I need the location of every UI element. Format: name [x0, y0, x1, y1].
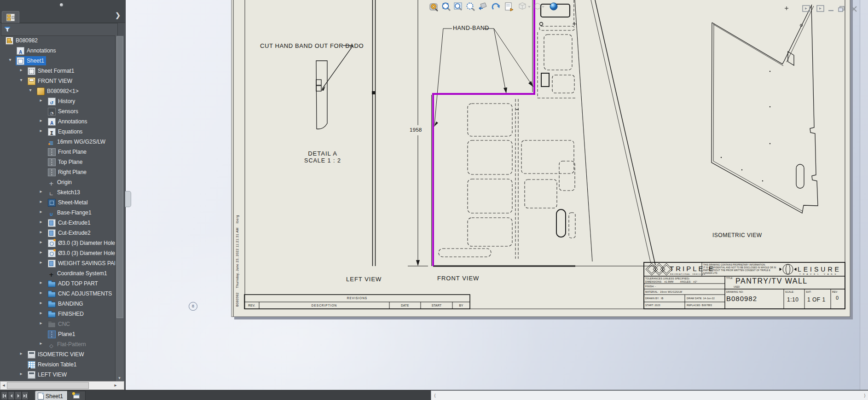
- tree-vertical-scrollbar[interactable]: ▾: [115, 35, 124, 382]
- expand-arrow-icon[interactable]: ▸: [38, 300, 44, 305]
- expand-arrow-icon[interactable]: ▸: [18, 371, 24, 376]
- dimension-1958-label[interactable]: 1958: [409, 127, 423, 133]
- pin-right-icon[interactable]: [817, 6, 824, 12]
- edit-appearance-icon[interactable]: [550, 3, 557, 10]
- graphics-vertical-scrollbar[interactable]: [860, 0, 868, 390]
- collapse-arrow-icon[interactable]: ▾: [28, 87, 33, 93]
- restore-button[interactable]: [839, 6, 844, 12]
- view-orientation-icon[interactable]: [519, 3, 531, 9]
- tree-item-b080982-1[interactable]: ▾B080982<1>: [1, 86, 115, 96]
- display-style-icon[interactable]: [535, 3, 544, 9]
- tree-item-3-0-3-diameter-hole1[interactable]: ▸Ø3.0 (3) Diameter Hole1: [1, 238, 115, 248]
- expand-arrow-icon[interactable]: ▸: [38, 128, 44, 133]
- next-sheet-button[interactable]: [15, 391, 22, 400]
- tree-item-coordinate-system1[interactable]: Coordinate System1: [1, 268, 115, 278]
- front-view-label[interactable]: FRONT VIEW: [437, 275, 479, 282]
- expand-arrow-icon[interactable]: ▸: [38, 290, 44, 295]
- isometric-view-label[interactable]: ISOMETRIC VIEW: [712, 232, 762, 238]
- graphics-horizontal-scrollbar[interactable]: ⟨ ⟩: [431, 390, 868, 400]
- expand-arrow-icon[interactable]: ▸: [38, 310, 44, 315]
- tree-item-weight-savings-partia[interactable]: ▸WEIGHT SAVINGS PARTIA: [1, 258, 115, 268]
- tree-hscroll-left-arrow-icon[interactable]: ◂: [1, 382, 6, 388]
- tree-item-right-plane[interactable]: Right Plane: [1, 167, 115, 177]
- balloon-annotation[interactable]: 8: [189, 302, 197, 311]
- tree-item-16mm-wg-g2s-lw[interactable]: 16mm WG/G2S/LW: [1, 137, 115, 147]
- tree-item-front-plane[interactable]: Front Plane: [1, 147, 115, 157]
- hand-band-label[interactable]: HAND-BAND: [453, 25, 489, 31]
- pin-left-icon[interactable]: [803, 6, 810, 12]
- zoom-to-area-icon[interactable]: [454, 3, 462, 10]
- previous-sheet-button[interactable]: [8, 391, 15, 400]
- tree-item-annotations[interactable]: ▸Annotations: [1, 116, 115, 127]
- tree-item-flat-pattern[interactable]: ▸Flat-Pattern: [1, 339, 115, 349]
- zoom-to-fit-icon[interactable]: [443, 3, 451, 11]
- folder-icon: [48, 302, 56, 307]
- graphics-hscroll-right-arrow-icon[interactable]: ⟩: [862, 392, 868, 399]
- tree-item-cnc[interactable]: ▸CNC: [1, 319, 115, 329]
- first-sheet-button[interactable]: [1, 391, 8, 400]
- tree-item-finished[interactable]: ▸FINISHED: [1, 309, 115, 319]
- last-sheet-button[interactable]: [22, 391, 29, 400]
- left-view-label[interactable]: LEFT VIEW: [346, 276, 382, 283]
- close-button[interactable]: [851, 6, 856, 12]
- expand-arrow-icon[interactable]: ▸: [38, 229, 44, 234]
- detail-a-label[interactable]: DETAIL A: [303, 150, 342, 157]
- tree-item-b080982[interactable]: B080982: [1, 35, 115, 46]
- collapse-arrow-icon[interactable]: ▾: [18, 77, 24, 82]
- tree-item-annotations[interactable]: Annotations: [1, 46, 115, 56]
- expand-arrow-icon[interactable]: ▸: [38, 249, 44, 255]
- expand-arrow-icon[interactable]: ▸: [38, 239, 44, 244]
- tree-item-front-view[interactable]: ▾FRONT VIEW: [1, 76, 115, 86]
- tree-item-sensors[interactable]: Sensors: [1, 106, 115, 116]
- magnify-icon[interactable]: [467, 3, 475, 11]
- expand-arrow-icon[interactable]: ▸: [38, 199, 44, 204]
- tree-item-base-flange1[interactable]: ▸Base-Flange1: [1, 208, 115, 218]
- tree-item-sheet-metal[interactable]: ▸Sheet-Metal: [1, 197, 115, 208]
- expand-arrow-icon[interactable]: ▸: [38, 189, 44, 194]
- tree-item-cnc-adjustments[interactable]: ▸CNC ADJUSTMENTS: [1, 289, 115, 299]
- tree-item-origin[interactable]: Origin: [1, 177, 115, 187]
- expand-arrow-icon[interactable]: ▸: [38, 98, 44, 103]
- previous-view-icon[interactable]: [479, 3, 486, 10]
- expand-arrow-icon[interactable]: ▸: [38, 260, 44, 265]
- expand-arrow-icon[interactable]: ▸: [38, 280, 44, 285]
- tree-item-sketch13[interactable]: ▸Sketch13: [1, 187, 115, 197]
- collapse-arrow-icon[interactable]: ▾: [7, 57, 13, 62]
- sheet-properties-icon[interactable]: [505, 3, 513, 11]
- tree-vscroll-thumb[interactable]: [116, 36, 123, 318]
- expand-panel-arrow-icon[interactable]: ❯: [115, 12, 121, 19]
- add-sheet-tab[interactable]: [67, 391, 86, 400]
- tree-item-equations[interactable]: ▸Equations: [1, 127, 115, 137]
- tree-item-left-view[interactable]: ▸LEFT VIEW: [1, 370, 115, 380]
- tree-item-isometric-view[interactable]: ▸ISOMETRIC VIEW: [1, 349, 115, 359]
- tree-item-banding[interactable]: ▸BANDING: [1, 299, 115, 309]
- tree-item-top-plane[interactable]: Top Plane: [1, 157, 115, 167]
- expand-arrow-icon[interactable]: ▸: [38, 341, 44, 346]
- tree-horizontal-scrollbar[interactable]: ◂ ▸: [0, 381, 124, 390]
- panel-splitter-grip[interactable]: [125, 191, 131, 207]
- tree-hscroll-right-arrow-icon[interactable]: ▸: [113, 382, 118, 388]
- tree-item-cut-extrude1[interactable]: ▸Cut-Extrude1: [1, 218, 115, 228]
- expand-arrow-icon[interactable]: ▸: [38, 118, 44, 123]
- graphics-hscroll-left-arrow-icon[interactable]: ⟨: [432, 392, 438, 399]
- tree-item-cut-extrude2[interactable]: ▸Cut-Extrude2: [1, 228, 115, 238]
- expand-arrow-icon[interactable]: ▸: [38, 320, 44, 325]
- tree-vscroll-down-arrow-icon[interactable]: ▾: [116, 376, 123, 380]
- expand-arrow-icon[interactable]: ▸: [38, 219, 44, 224]
- tree-item-revision-table1[interactable]: Revision Table1: [1, 359, 115, 370]
- expand-arrow-icon[interactable]: ▸: [18, 351, 24, 356]
- tree-item-sheet1[interactable]: ▾Sheet1: [1, 56, 115, 66]
- expand-arrow-icon[interactable]: ▸: [18, 67, 24, 72]
- tab-sheet1[interactable]: Sheet1: [35, 391, 69, 400]
- measure-icon[interactable]: [430, 4, 438, 11]
- tree-item-sheet-format1[interactable]: ▸Sheet Format1: [1, 66, 115, 76]
- tree-item-history[interactable]: ▸History: [1, 96, 115, 106]
- graphics-area[interactable]: [125, 0, 860, 390]
- expand-arrow-icon[interactable]: ▸: [38, 209, 44, 214]
- redraw-icon[interactable]: [492, 4, 500, 9]
- cut-note-label[interactable]: CUT HAND BAND OUT FOR DADO: [260, 42, 364, 49]
- tree-item-3-0-3-diameter-hole2[interactable]: ▸Ø3.0 (3) Diameter Hole2: [1, 248, 115, 258]
- tree-hscroll-thumb[interactable]: [7, 382, 89, 389]
- tree-item-plane1[interactable]: Plane1: [1, 329, 115, 339]
- tree-item-add-top-part[interactable]: ▸ADD TOP PART: [1, 278, 115, 289]
